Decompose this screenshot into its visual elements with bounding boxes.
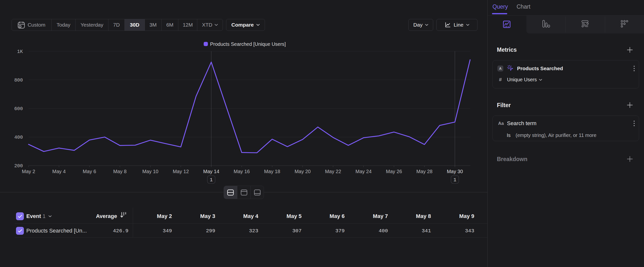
svg-text:May 8: May 8 [113, 169, 126, 174]
svg-text:May 22: May 22 [325, 169, 341, 174]
svg-text:May 4: May 4 [52, 169, 66, 174]
svg-text:May 20: May 20 [294, 169, 311, 174]
svg-text:1: 1 [453, 177, 456, 183]
svg-text:May 10: May 10 [142, 169, 158, 174]
svg-text:800: 800 [14, 78, 23, 83]
svg-text:200: 200 [14, 163, 23, 169]
svg-text:May 6: May 6 [83, 169, 96, 174]
svg-text:400: 400 [14, 135, 23, 140]
svg-text:May 2: May 2 [22, 169, 35, 174]
svg-text:May 28: May 28 [416, 169, 433, 174]
svg-text:May 12: May 12 [173, 169, 189, 174]
svg-text:May 26: May 26 [386, 169, 402, 174]
svg-text:1: 1 [210, 177, 213, 183]
svg-text:May 24: May 24 [356, 169, 372, 174]
svg-text:May 30: May 30 [447, 169, 463, 174]
svg-text:May 18: May 18 [264, 169, 280, 174]
svg-text:1K: 1K [17, 49, 23, 55]
svg-text:May 14: May 14 [203, 169, 220, 174]
svg-text:600: 600 [14, 106, 23, 112]
svg-text:May 16: May 16 [234, 169, 250, 174]
